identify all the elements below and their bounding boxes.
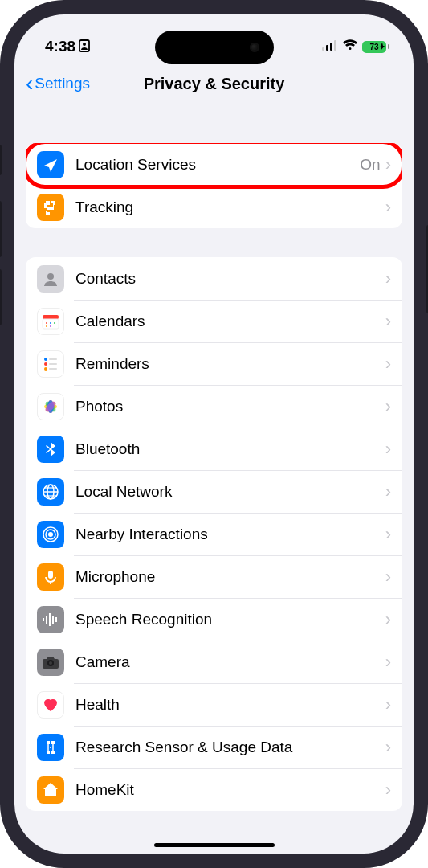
svg-rect-17 bbox=[49, 363, 57, 365]
group-apps: Contacts › Calendars › Reminders › bbox=[26, 257, 402, 811]
chevron-right-icon: › bbox=[385, 311, 391, 332]
sensor-icon bbox=[37, 734, 64, 761]
chevron-right-icon: › bbox=[385, 154, 391, 175]
volume-down-button[interactable] bbox=[0, 269, 2, 326]
chevron-right-icon: › bbox=[385, 268, 391, 289]
row-reminders[interactable]: Reminders › bbox=[26, 342, 402, 385]
row-tracking[interactable]: Tracking › bbox=[26, 186, 402, 228]
row-label: Location Services bbox=[75, 156, 360, 174]
row-health[interactable]: Health › bbox=[26, 683, 402, 726]
contacts-icon bbox=[37, 265, 64, 293]
row-contacts[interactable]: Contacts › bbox=[26, 257, 402, 300]
wifi-icon bbox=[342, 39, 358, 54]
nav-header: ‹ Settings Privacy & Security bbox=[14, 63, 414, 103]
chevron-right-icon: › bbox=[385, 737, 391, 758]
row-label: HomeKit bbox=[75, 781, 385, 799]
chevron-right-icon: › bbox=[385, 567, 391, 588]
phone-frame: 4:38 73 ‹ Settings bbox=[0, 0, 428, 868]
chevron-right-icon: › bbox=[385, 396, 391, 417]
reminders-icon bbox=[37, 350, 64, 378]
svg-point-9 bbox=[46, 322, 47, 324]
row-label: Camera bbox=[75, 653, 385, 671]
id-card-icon bbox=[79, 39, 90, 55]
row-photos[interactable]: Photos › bbox=[26, 385, 402, 428]
row-label: Reminders bbox=[75, 355, 385, 373]
dynamic-island bbox=[155, 31, 274, 64]
row-label: Local Network bbox=[75, 483, 385, 501]
cellular-signal-icon bbox=[322, 39, 338, 54]
location-arrow-icon bbox=[37, 151, 64, 178]
row-bluetooth[interactable]: Bluetooth › bbox=[26, 428, 402, 470]
chevron-right-icon: › bbox=[385, 609, 391, 630]
row-value: On bbox=[360, 156, 380, 174]
svg-rect-7 bbox=[43, 315, 59, 319]
group-primary: Location Services On › Tracking › bbox=[26, 143, 402, 228]
svg-rect-19 bbox=[49, 368, 57, 370]
microphone-icon bbox=[37, 563, 64, 591]
svg-rect-34 bbox=[48, 571, 53, 579]
back-button[interactable]: ‹ Settings bbox=[26, 72, 90, 95]
svg-rect-37 bbox=[49, 613, 51, 626]
chevron-left-icon: ‹ bbox=[26, 72, 33, 95]
svg-point-11 bbox=[54, 322, 55, 324]
row-camera[interactable]: Camera › bbox=[26, 641, 402, 683]
battery-icon: 73 bbox=[362, 41, 389, 53]
globe-icon bbox=[37, 478, 64, 506]
home-indicator[interactable] bbox=[154, 843, 275, 847]
calendar-icon bbox=[37, 308, 64, 335]
row-label: Photos bbox=[75, 398, 385, 416]
tracking-icon bbox=[37, 194, 64, 221]
nearby-icon bbox=[37, 521, 64, 548]
chevron-right-icon: › bbox=[385, 354, 391, 375]
svg-rect-38 bbox=[52, 616, 54, 624]
photos-icon bbox=[37, 393, 64, 420]
silence-switch[interactable] bbox=[0, 145, 2, 175]
row-microphone[interactable]: Microphone › bbox=[26, 555, 402, 598]
row-speech-recognition[interactable]: Speech Recognition › bbox=[26, 598, 402, 641]
chevron-right-icon: › bbox=[385, 197, 391, 218]
row-location-services[interactable]: Location Services On › bbox=[26, 143, 402, 186]
row-label: Tracking bbox=[75, 199, 385, 216]
svg-point-13 bbox=[50, 326, 51, 327]
svg-point-31 bbox=[48, 532, 53, 537]
svg-rect-35 bbox=[43, 618, 44, 621]
back-label: Settings bbox=[35, 75, 90, 92]
row-nearby-interactions[interactable]: Nearby Interactions › bbox=[26, 513, 402, 555]
row-label: Speech Recognition bbox=[75, 611, 385, 628]
svg-point-14 bbox=[44, 358, 47, 361]
svg-point-1 bbox=[83, 43, 86, 46]
chevron-right-icon: › bbox=[385, 652, 391, 673]
svg-point-18 bbox=[44, 367, 47, 371]
row-label: Health bbox=[75, 696, 385, 714]
chevron-right-icon: › bbox=[385, 481, 391, 502]
home-icon bbox=[37, 776, 64, 804]
row-research-sensor[interactable]: Research Sensor & Usage Data › bbox=[26, 726, 402, 768]
front-camera-icon bbox=[250, 43, 259, 52]
svg-rect-36 bbox=[46, 616, 47, 624]
volume-up-button[interactable] bbox=[0, 201, 2, 257]
svg-rect-15 bbox=[49, 358, 57, 360]
chevron-right-icon: › bbox=[385, 439, 391, 460]
row-label: Calendars bbox=[75, 313, 385, 330]
row-label: Nearby Interactions bbox=[75, 526, 385, 543]
chevron-right-icon: › bbox=[385, 694, 391, 715]
svg-rect-3 bbox=[326, 45, 328, 51]
chevron-right-icon: › bbox=[385, 780, 391, 800]
svg-rect-39 bbox=[55, 617, 57, 622]
svg-point-16 bbox=[44, 362, 47, 366]
svg-point-12 bbox=[46, 326, 47, 327]
chevron-right-icon: › bbox=[385, 524, 391, 545]
row-label: Contacts bbox=[75, 270, 385, 288]
row-label: Research Sensor & Usage Data bbox=[75, 739, 385, 756]
row-calendars[interactable]: Calendars › bbox=[26, 300, 402, 342]
svg-rect-4 bbox=[330, 43, 332, 51]
svg-point-10 bbox=[50, 322, 51, 324]
row-label: Bluetooth bbox=[75, 440, 385, 458]
row-homekit[interactable]: HomeKit › bbox=[26, 768, 402, 811]
row-local-network[interactable]: Local Network › bbox=[26, 470, 402, 513]
svg-rect-5 bbox=[334, 40, 336, 51]
status-time: 4:38 bbox=[45, 38, 75, 55]
camera-icon bbox=[37, 649, 64, 676]
svg-rect-2 bbox=[322, 47, 324, 51]
svg-point-41 bbox=[49, 661, 52, 665]
